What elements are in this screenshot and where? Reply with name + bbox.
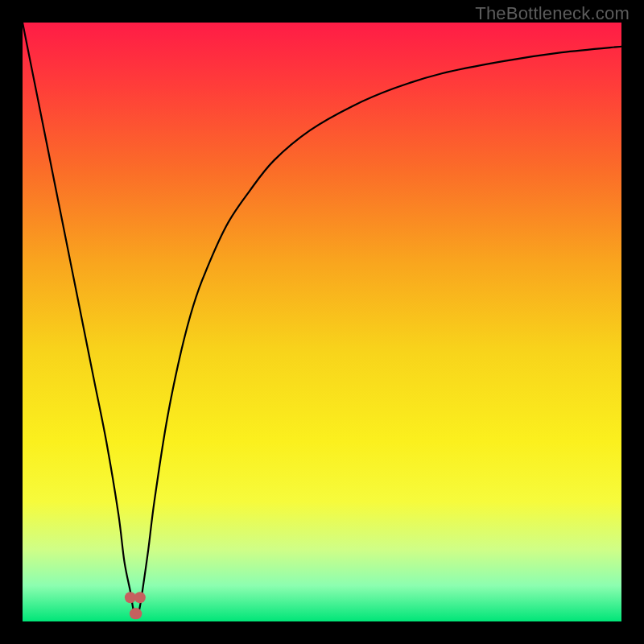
minimum-marker <box>134 592 146 603</box>
minimum-marker <box>125 592 136 603</box>
chart-frame: TheBottleneck.com <box>0 0 644 644</box>
minimum-marker-cluster <box>125 592 146 619</box>
curve-layer <box>23 23 621 621</box>
plot-area <box>23 23 621 621</box>
minimum-marker <box>130 608 142 619</box>
bottleneck-curve <box>23 23 621 616</box>
watermark-text: TheBottleneck.com <box>475 3 630 24</box>
